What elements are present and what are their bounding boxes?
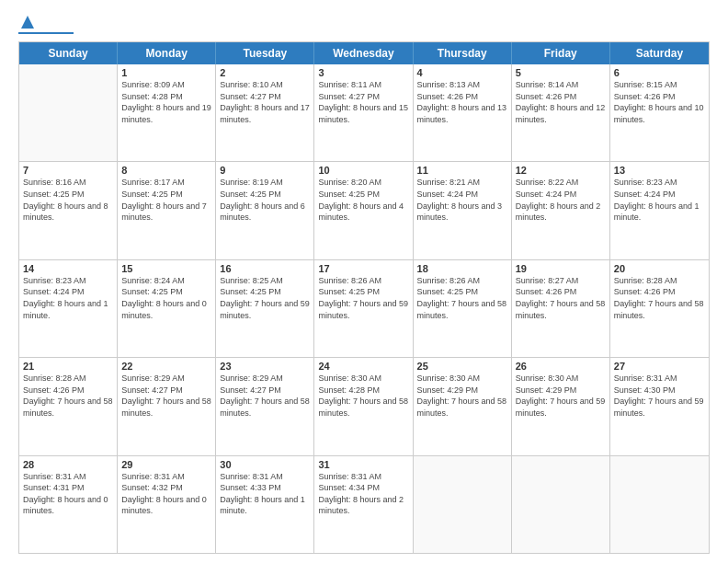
- cal-row-1: 7Sunrise: 8:16 AMSunset: 4:25 PMDaylight…: [19, 162, 709, 259]
- header: [18, 15, 710, 34]
- day-info: Sunrise: 8:31 AMSunset: 4:32 PMDaylight:…: [121, 471, 211, 517]
- day-info: Sunrise: 8:25 AMSunset: 4:25 PMDaylight:…: [220, 275, 310, 321]
- day-number: 18: [417, 263, 507, 274]
- cal-row-2: 14Sunrise: 8:23 AMSunset: 4:24 PMDayligh…: [19, 260, 709, 358]
- day-info: Sunrise: 8:21 AMSunset: 4:24 PMDaylight:…: [417, 177, 507, 223]
- day-number: 6: [614, 67, 705, 78]
- day-number: 8: [121, 165, 211, 176]
- cal-cell: 10Sunrise: 8:20 AMSunset: 4:25 PMDayligh…: [314, 162, 413, 259]
- day-number: 26: [516, 361, 606, 372]
- cal-cell: 21Sunrise: 8:28 AMSunset: 4:26 PMDayligh…: [19, 358, 118, 454]
- day-number: 14: [23, 263, 113, 274]
- cal-cell: 15Sunrise: 8:24 AMSunset: 4:25 PMDayligh…: [118, 260, 216, 357]
- weekday-header-wednesday: Wednesday: [314, 42, 413, 64]
- cal-cell: 2Sunrise: 8:10 AMSunset: 4:27 PMDaylight…: [216, 64, 314, 161]
- day-number: 2: [220, 67, 310, 78]
- cal-cell: [19, 64, 118, 161]
- cal-cell: 14Sunrise: 8:23 AMSunset: 4:24 PMDayligh…: [19, 260, 118, 357]
- day-number: 17: [318, 263, 408, 274]
- day-number: 3: [318, 67, 408, 78]
- day-number: 25: [417, 361, 507, 372]
- cal-cell: 26Sunrise: 8:30 AMSunset: 4:29 PMDayligh…: [512, 358, 610, 454]
- cal-cell: 29Sunrise: 8:31 AMSunset: 4:32 PMDayligh…: [118, 456, 216, 553]
- cal-cell: [610, 456, 709, 553]
- cal-cell: 6Sunrise: 8:15 AMSunset: 4:26 PMDaylight…: [610, 64, 709, 161]
- cal-cell: 8Sunrise: 8:17 AMSunset: 4:25 PMDaylight…: [118, 162, 216, 259]
- cal-cell: 24Sunrise: 8:30 AMSunset: 4:28 PMDayligh…: [314, 358, 413, 454]
- cal-cell: [414, 456, 512, 553]
- day-number: 28: [23, 459, 113, 470]
- cal-cell: 11Sunrise: 8:21 AMSunset: 4:24 PMDayligh…: [414, 162, 512, 259]
- day-info: Sunrise: 8:26 AMSunset: 4:25 PMDaylight:…: [417, 275, 507, 321]
- day-number: 5: [516, 67, 606, 78]
- day-info: Sunrise: 8:30 AMSunset: 4:29 PMDaylight:…: [417, 373, 507, 419]
- cal-row-4: 28Sunrise: 8:31 AMSunset: 4:31 PMDayligh…: [19, 456, 709, 553]
- day-info: Sunrise: 8:16 AMSunset: 4:25 PMDaylight:…: [23, 177, 113, 223]
- cal-cell: 16Sunrise: 8:25 AMSunset: 4:25 PMDayligh…: [216, 260, 314, 357]
- cal-cell: 3Sunrise: 8:11 AMSunset: 4:27 PMDaylight…: [314, 64, 413, 161]
- day-info: Sunrise: 8:31 AMSunset: 4:30 PMDaylight:…: [614, 373, 705, 419]
- day-number: 20: [614, 263, 705, 274]
- day-info: Sunrise: 8:31 AMSunset: 4:31 PMDaylight:…: [23, 471, 113, 517]
- day-info: Sunrise: 8:26 AMSunset: 4:25 PMDaylight:…: [318, 275, 408, 321]
- page: SundayMondayTuesdayWednesdayThursdayFrid…: [0, 0, 728, 563]
- logo-line: [18, 32, 74, 34]
- cal-cell: [512, 456, 610, 553]
- day-number: 7: [23, 165, 113, 176]
- cal-cell: 23Sunrise: 8:29 AMSunset: 4:27 PMDayligh…: [216, 358, 314, 454]
- cal-row-3: 21Sunrise: 8:28 AMSunset: 4:26 PMDayligh…: [19, 358, 709, 455]
- day-info: Sunrise: 8:30 AMSunset: 4:29 PMDaylight:…: [516, 373, 606, 419]
- day-info: Sunrise: 8:31 AMSunset: 4:34 PMDaylight:…: [318, 471, 408, 517]
- day-info: Sunrise: 8:17 AMSunset: 4:25 PMDaylight:…: [121, 177, 211, 223]
- cal-cell: 30Sunrise: 8:31 AMSunset: 4:33 PMDayligh…: [216, 456, 314, 553]
- day-number: 19: [516, 263, 606, 274]
- day-number: 4: [417, 67, 507, 78]
- cal-cell: 27Sunrise: 8:31 AMSunset: 4:30 PMDayligh…: [610, 358, 709, 454]
- day-info: Sunrise: 8:13 AMSunset: 4:26 PMDaylight:…: [417, 79, 507, 125]
- cal-cell: 9Sunrise: 8:19 AMSunset: 4:25 PMDaylight…: [216, 162, 314, 259]
- day-info: Sunrise: 8:15 AMSunset: 4:26 PMDaylight:…: [614, 79, 705, 125]
- day-info: Sunrise: 8:23 AMSunset: 4:24 PMDaylight:…: [614, 177, 705, 223]
- day-number: 11: [417, 165, 507, 176]
- cal-cell: 25Sunrise: 8:30 AMSunset: 4:29 PMDayligh…: [414, 358, 512, 454]
- day-number: 1: [121, 67, 211, 78]
- day-number: 9: [220, 165, 310, 176]
- day-info: Sunrise: 8:28 AMSunset: 4:26 PMDaylight:…: [614, 275, 705, 321]
- cal-cell: 19Sunrise: 8:27 AMSunset: 4:26 PMDayligh…: [512, 260, 610, 357]
- svg-marker-0: [21, 16, 34, 29]
- cal-row-0: 1Sunrise: 8:09 AMSunset: 4:28 PMDaylight…: [19, 64, 709, 162]
- day-info: Sunrise: 8:09 AMSunset: 4:28 PMDaylight:…: [121, 79, 211, 125]
- cal-cell: 4Sunrise: 8:13 AMSunset: 4:26 PMDaylight…: [414, 64, 512, 161]
- day-info: Sunrise: 8:23 AMSunset: 4:24 PMDaylight:…: [23, 275, 113, 321]
- day-info: Sunrise: 8:10 AMSunset: 4:27 PMDaylight:…: [220, 79, 310, 125]
- calendar-header: SundayMondayTuesdayWednesdayThursdayFrid…: [19, 42, 709, 64]
- cal-cell: 12Sunrise: 8:22 AMSunset: 4:24 PMDayligh…: [512, 162, 610, 259]
- day-info: Sunrise: 8:30 AMSunset: 4:28 PMDaylight:…: [318, 373, 408, 419]
- cal-cell: 28Sunrise: 8:31 AMSunset: 4:31 PMDayligh…: [19, 456, 118, 553]
- logo-top: [18, 15, 36, 33]
- cal-cell: 13Sunrise: 8:23 AMSunset: 4:24 PMDayligh…: [610, 162, 709, 259]
- day-info: Sunrise: 8:31 AMSunset: 4:33 PMDaylight:…: [220, 471, 310, 517]
- day-info: Sunrise: 8:14 AMSunset: 4:26 PMDaylight:…: [516, 79, 606, 125]
- day-info: Sunrise: 8:20 AMSunset: 4:25 PMDaylight:…: [318, 177, 408, 223]
- day-info: Sunrise: 8:29 AMSunset: 4:27 PMDaylight:…: [121, 373, 211, 419]
- cal-cell: 1Sunrise: 8:09 AMSunset: 4:28 PMDaylight…: [118, 64, 216, 161]
- weekday-header-monday: Monday: [118, 42, 216, 64]
- cal-cell: 20Sunrise: 8:28 AMSunset: 4:26 PMDayligh…: [610, 260, 709, 357]
- day-number: 29: [121, 459, 211, 470]
- cal-cell: 31Sunrise: 8:31 AMSunset: 4:34 PMDayligh…: [314, 456, 413, 553]
- cal-cell: 17Sunrise: 8:26 AMSunset: 4:25 PMDayligh…: [314, 260, 413, 357]
- day-number: 16: [220, 263, 310, 274]
- weekday-header-sunday: Sunday: [19, 42, 118, 64]
- day-info: Sunrise: 8:22 AMSunset: 4:24 PMDaylight:…: [516, 177, 606, 223]
- day-number: 21: [23, 361, 113, 372]
- cal-cell: 18Sunrise: 8:26 AMSunset: 4:25 PMDayligh…: [414, 260, 512, 357]
- weekday-header-thursday: Thursday: [414, 42, 512, 64]
- day-number: 24: [318, 361, 408, 372]
- day-info: Sunrise: 8:24 AMSunset: 4:25 PMDaylight:…: [121, 275, 211, 321]
- day-number: 31: [318, 459, 408, 470]
- day-number: 30: [220, 459, 310, 470]
- day-number: 27: [614, 361, 705, 372]
- day-info: Sunrise: 8:19 AMSunset: 4:25 PMDaylight:…: [220, 177, 310, 223]
- day-number: 12: [516, 165, 606, 176]
